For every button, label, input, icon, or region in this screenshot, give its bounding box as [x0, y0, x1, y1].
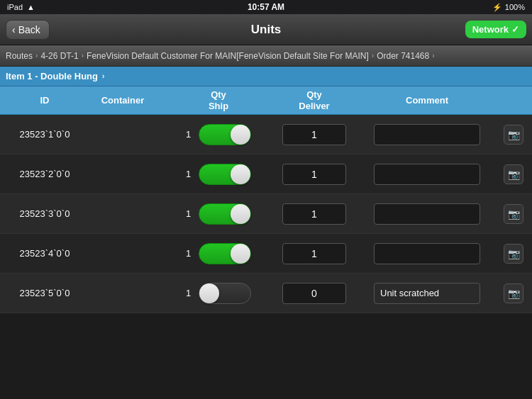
toggle-switch-2[interactable] [199, 203, 251, 225]
qty-deliver-value-1: 1 [311, 169, 317, 180]
col-header-qty-ship: QtyShip [162, 89, 275, 111]
qty-deliver-box-4[interactable]: 0 [282, 283, 346, 304]
cell-qty-deliver-4: 0 [275, 283, 353, 304]
cell-icon-0[interactable]: 📷 [501, 125, 526, 145]
camera-glyph-1: 📷 [508, 169, 520, 180]
table-row: 23523`1`0`0 1 1 📷 [0, 115, 532, 154]
toggle-container-4[interactable]: 1 [186, 283, 251, 304]
qty-deliver-value-0: 1 [311, 129, 317, 140]
camera-glyph-3: 📷 [508, 248, 520, 259]
cell-qty-deliver-3: 1 [275, 243, 353, 264]
toggle-switch-0[interactable] [199, 124, 251, 145]
qty-deliver-value-3: 1 [311, 248, 317, 259]
cell-qty-deliver-2: 1 [275, 203, 353, 225]
qty-deliver-box-0[interactable]: 1 [282, 124, 346, 145]
cell-qty-deliver-0: 1 [275, 124, 353, 145]
nav-title: Units [251, 23, 282, 37]
comment-box-1[interactable] [374, 164, 480, 185]
toggle-switch-4[interactable] [199, 283, 251, 304]
toggle-switch-1[interactable] [199, 164, 251, 185]
camera-icon-4[interactable]: 📷 [504, 283, 523, 303]
cell-qty-ship-2[interactable]: 1 [162, 203, 275, 225]
comment-box-0[interactable] [374, 124, 480, 145]
col-header-id: ID [6, 95, 84, 106]
toggle-container-3[interactable]: 1 [186, 243, 251, 264]
cell-icon-4[interactable]: 📷 [501, 283, 526, 303]
camera-icon-0[interactable]: 📷 [504, 125, 523, 145]
cell-qty-ship-1[interactable]: 1 [162, 164, 275, 185]
cell-comment-0[interactable] [353, 124, 501, 145]
qty-ship-value-2: 1 [186, 208, 194, 219]
col-comment-label: Comment [406, 95, 448, 106]
cell-id-1: 23523`2`0`0 [6, 169, 84, 179]
col-qty-ship-label: QtyShip [162, 89, 275, 111]
cell-qty-ship-0[interactable]: 1 [162, 124, 275, 145]
network-button[interactable]: Network ✓ [465, 21, 526, 38]
battery-label: 100% [505, 3, 525, 11]
table-row: 23523`3`0`0 1 1 📷 [0, 194, 532, 234]
cell-comment-2[interactable] [353, 203, 501, 225]
breadcrumb-chevron-2: › [82, 52, 84, 60]
col-header-comment: Comment [353, 95, 501, 106]
col-id-label: ID [40, 95, 50, 106]
breadcrumb-routes[interactable]: Routes [6, 51, 33, 61]
qty-deliver-value-2: 1 [311, 208, 317, 220]
cell-comment-3[interactable] [353, 243, 501, 264]
camera-glyph-4: 📷 [508, 288, 520, 299]
toggle-container-2[interactable]: 1 [186, 203, 251, 225]
qty-ship-value-4: 1 [186, 288, 194, 298]
table-header: ID Container QtyShip QtyDeliver Comment [0, 86, 532, 115]
toggle-knob-0 [231, 125, 250, 145]
qty-ship-value-3: 1 [186, 248, 194, 259]
qty-ship-value-0: 1 [186, 129, 194, 140]
qty-deliver-box-2[interactable]: 1 [282, 203, 346, 225]
breadcrumb-dt1-label: 4-26 DT-1 [40, 51, 78, 61]
cell-qty-ship-4[interactable]: 1 [162, 283, 275, 304]
toggle-container-0[interactable]: 1 [186, 124, 251, 145]
camera-icon-3[interactable]: 📷 [504, 244, 523, 264]
breadcrumb-customer[interactable]: FeneVision Default Customer For MAIN[Fen… [87, 51, 369, 61]
toggle-knob-4 [199, 283, 219, 303]
cell-comment-4[interactable]: Unit scratched [353, 283, 501, 304]
col-header-qty-deliver: QtyDeliver [275, 89, 353, 111]
camera-icon-1[interactable]: 📷 [504, 164, 523, 184]
cell-comment-1[interactable] [353, 164, 501, 185]
camera-glyph-2: 📷 [508, 208, 520, 220]
breadcrumb: Routes › 4-26 DT-1 › FeneVision Default … [0, 45, 532, 67]
breadcrumb-order[interactable]: Order 741468 [377, 51, 429, 61]
breadcrumb-dt1[interactable]: 4-26 DT-1 [40, 51, 78, 61]
col-container-label: Container [101, 95, 145, 106]
network-label: Network [472, 24, 509, 35]
nav-bar: ‹ Back Units Network ✓ [0, 14, 532, 45]
toggle-switch-3[interactable] [199, 243, 251, 264]
toggle-knob-2 [231, 204, 250, 224]
toggle-knob-3 [231, 244, 250, 264]
table-body: 23523`1`0`0 1 1 📷 23523`2`0`0 [0, 115, 532, 313]
item-tab[interactable]: Item 1 - Double Hung › [0, 67, 532, 86]
qty-ship-value-1: 1 [186, 169, 194, 179]
comment-box-3[interactable] [374, 243, 480, 264]
breadcrumb-routes-label: Routes [6, 51, 33, 61]
comment-box-2[interactable] [374, 203, 480, 225]
camera-icon-2[interactable]: 📷 [504, 204, 523, 224]
breadcrumb-chevron-1: › [35, 52, 38, 60]
back-chevron-icon: ‹ [12, 24, 16, 35]
qty-deliver-box-1[interactable]: 1 [282, 164, 346, 185]
qty-deliver-box-3[interactable]: 1 [282, 243, 346, 264]
cell-icon-1[interactable]: 📷 [501, 164, 526, 184]
back-label: Back [18, 24, 40, 35]
camera-glyph-0: 📷 [508, 129, 520, 140]
status-bar: iPad ▲ 10:57 AM ⚡ 100% [0, 0, 532, 14]
comment-box-4[interactable]: Unit scratched [374, 283, 480, 304]
item-tab-label: Item 1 - Double Hung [6, 71, 98, 82]
cell-icon-2[interactable]: 📷 [501, 204, 526, 224]
cell-id-2: 23523`3`0`0 [6, 208, 84, 219]
back-button[interactable]: ‹ Back [6, 20, 50, 40]
comment-value-4: Unit scratched [380, 288, 439, 298]
cell-icon-3[interactable]: 📷 [501, 244, 526, 264]
table-row: 23523`4`0`0 1 1 📷 [0, 234, 532, 274]
col-header-container: Container [84, 95, 162, 106]
toggle-container-1[interactable]: 1 [186, 164, 251, 185]
cell-qty-ship-3[interactable]: 1 [162, 243, 275, 264]
qty-deliver-value-4: 0 [311, 288, 317, 299]
